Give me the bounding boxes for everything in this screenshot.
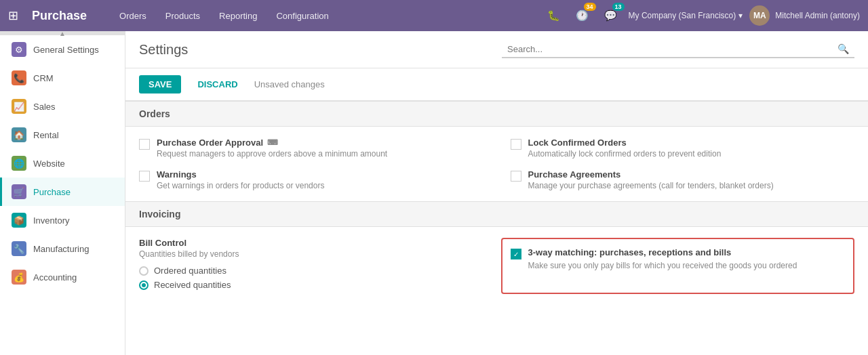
nav-products[interactable]: Products xyxy=(157,7,208,25)
save-button[interactable]: SAVE xyxy=(139,75,181,93)
avatar: MA xyxy=(749,5,770,26)
matching-label: 3-way matching: purchases, receptions an… xyxy=(528,247,797,257)
invoicing-section-body: Bill Control Quantities billed by vendor… xyxy=(125,227,868,305)
nav-configuration[interactable]: Configuration xyxy=(268,7,336,25)
sidebar-label-purchase: Purchase xyxy=(33,187,71,197)
purchase-order-approval-label: Purchase Order Approval ⌨ xyxy=(157,138,387,148)
company-selector[interactable]: My Company (San Francisco) ▾ xyxy=(629,11,743,20)
lock-confirmed-orders-desc: Automatically lock confirmed orders to p… xyxy=(528,149,722,159)
radio-received[interactable]: Received quantities xyxy=(139,280,474,290)
bill-control-label: Bill Control xyxy=(139,238,474,248)
radio-ordered-circle[interactable] xyxy=(139,266,149,276)
setting-warnings: Warnings Get warnings in orders for prod… xyxy=(139,169,484,190)
purchase-icon: 🛒 xyxy=(12,184,26,199)
grid-icon[interactable]: ⊞ xyxy=(8,8,18,23)
sidebar-item-inventory[interactable]: 📦 Inventory xyxy=(0,206,125,234)
matching-box: ✓ 3-way matching: purchases, receptions … xyxy=(501,238,855,294)
purchase-order-approval-checkbox[interactable] xyxy=(139,139,150,150)
sidebar-label-rental: Rental xyxy=(33,130,59,140)
messages-badge: 13 xyxy=(612,3,625,11)
settings-header: Settings 🔍 xyxy=(125,31,868,68)
radio-ordered-label: Ordered quantities xyxy=(154,266,226,276)
gear-icon: ⚙ xyxy=(12,42,26,57)
avatar-initials: MA xyxy=(753,11,766,20)
purchase-agreements-desc: Manage your purchase agreements (call fo… xyxy=(528,181,774,190)
sidebar-label-general-settings: General Settings xyxy=(33,45,99,55)
sidebar-label-manufacturing: Manufacturing xyxy=(33,244,89,254)
matching-checkbox[interactable]: ✓ xyxy=(511,249,521,259)
unsaved-label: Unsaved changes xyxy=(254,79,325,89)
inventory-icon: 📦 xyxy=(12,213,26,228)
messages-icon-btn[interactable]: 💬 13 xyxy=(600,5,622,26)
user-menu[interactable]: MA Mitchell Admin (antony) xyxy=(749,5,860,26)
sidebar-item-accounting[interactable]: 💰 Accounting xyxy=(0,263,125,291)
bill-control: Bill Control Quantities billed by vendor… xyxy=(139,238,474,294)
search-bar[interactable]: 🔍 xyxy=(502,41,854,58)
sidebar-label-crm: CRM xyxy=(33,73,54,83)
matching-desc: Make sure you only pay bills for which y… xyxy=(528,260,797,272)
sidebar-label-inventory: Inventory xyxy=(33,215,69,226)
orders-section-body: Purchase Order Approval ⌨ Request manage… xyxy=(125,127,868,201)
company-dropdown-icon: ▾ xyxy=(738,11,743,20)
sidebar-label-sales: Sales xyxy=(33,102,56,112)
manufacturing-icon: 🔧 xyxy=(12,241,26,256)
sidebar-label-website: Website xyxy=(33,159,65,169)
purchase-agreements-label: Purchase Agreements xyxy=(528,169,774,180)
search-icon: 🔍 xyxy=(837,43,849,54)
activity-icon-btn[interactable]: 🕐 34 xyxy=(572,5,593,26)
nav-reporting[interactable]: Reporting xyxy=(211,7,265,25)
keyboard-icon: ⌨ xyxy=(267,138,278,147)
user-name: Mitchell Admin (antony) xyxy=(775,11,860,20)
company-name: My Company (San Francisco) xyxy=(629,11,736,20)
main-content: Settings 🔍 SAVE DISCARD Unsaved changes … xyxy=(125,31,868,355)
nav-orders[interactable]: Orders xyxy=(111,7,155,25)
sidebar-item-general-settings[interactable]: ⚙ General Settings xyxy=(0,35,125,64)
sidebar: ▲ ⚙ General Settings 📞 CRM 📈 Sales 🏠 Ren… xyxy=(0,31,125,355)
topbar: ⊞ Purchase Orders Products Reporting Con… xyxy=(0,0,868,31)
toolbar: SAVE DISCARD Unsaved changes xyxy=(125,68,868,101)
purchase-agreements-checkbox[interactable] xyxy=(511,171,521,182)
bill-control-desc: Quantities billed by vendors xyxy=(139,249,474,259)
sidebar-item-website[interactable]: 🌐 Website xyxy=(0,149,125,178)
radio-received-label: Received quantities xyxy=(154,280,231,290)
sidebar-item-rental[interactable]: 🏠 Rental xyxy=(0,121,125,149)
warnings-checkbox[interactable] xyxy=(139,171,150,182)
bug-icon-btn[interactable]: 🐛 xyxy=(543,5,565,26)
sidebar-item-crm[interactable]: 📞 CRM xyxy=(0,64,125,92)
app-name: Purchase xyxy=(32,9,87,23)
website-icon: 🌐 xyxy=(12,156,26,171)
discard-button[interactable]: DISCARD xyxy=(188,75,247,93)
sidebar-label-accounting: Accounting xyxy=(33,272,77,283)
radio-group: Ordered quantities Received quantities xyxy=(139,266,474,290)
crm-icon: 📞 xyxy=(12,70,26,85)
sidebar-item-sales[interactable]: 📈 Sales xyxy=(0,92,125,121)
activity-badge: 34 xyxy=(584,3,596,11)
topbar-right: 🐛 🕐 34 💬 13 My Company (San Francisco) ▾… xyxy=(543,5,860,26)
setting-purchase-order-approval: Purchase Order Approval ⌨ Request manage… xyxy=(139,138,484,159)
page-title: Settings xyxy=(139,42,188,67)
purchase-order-approval-desc: Request managers to approve orders above… xyxy=(157,149,387,159)
radio-ordered[interactable]: Ordered quantities xyxy=(139,266,474,276)
rental-icon: 🏠 xyxy=(12,127,26,142)
accounting-icon: 💰 xyxy=(12,270,26,285)
topbar-nav: Orders Products Reporting Configuration xyxy=(111,7,532,25)
sidebar-item-manufacturing[interactable]: 🔧 Manufacturing xyxy=(0,234,125,263)
orders-section-header: Orders xyxy=(125,101,868,127)
warnings-desc: Get warnings in orders for products or v… xyxy=(157,181,324,190)
radio-received-circle[interactable] xyxy=(139,280,149,290)
sales-icon: 📈 xyxy=(12,99,26,114)
setting-purchase-agreements: Purchase Agreements Manage your purchase… xyxy=(511,169,855,190)
warnings-label: Warnings xyxy=(157,169,324,180)
lock-confirmed-orders-label: Lock Confirmed Orders xyxy=(528,138,722,148)
lock-confirmed-orders-checkbox[interactable] xyxy=(511,139,521,150)
settings-content: Orders Purchase Order Approval ⌨ Request… xyxy=(125,101,868,305)
sidebar-item-purchase[interactable]: 🛒 Purchase xyxy=(0,178,125,206)
layout: ▲ ⚙ General Settings 📞 CRM 📈 Sales 🏠 Ren… xyxy=(0,31,868,355)
search-input[interactable] xyxy=(507,44,837,54)
setting-lock-confirmed-orders: Lock Confirmed Orders Automatically lock… xyxy=(511,138,855,159)
invoicing-section-header: Invoicing xyxy=(125,201,868,227)
